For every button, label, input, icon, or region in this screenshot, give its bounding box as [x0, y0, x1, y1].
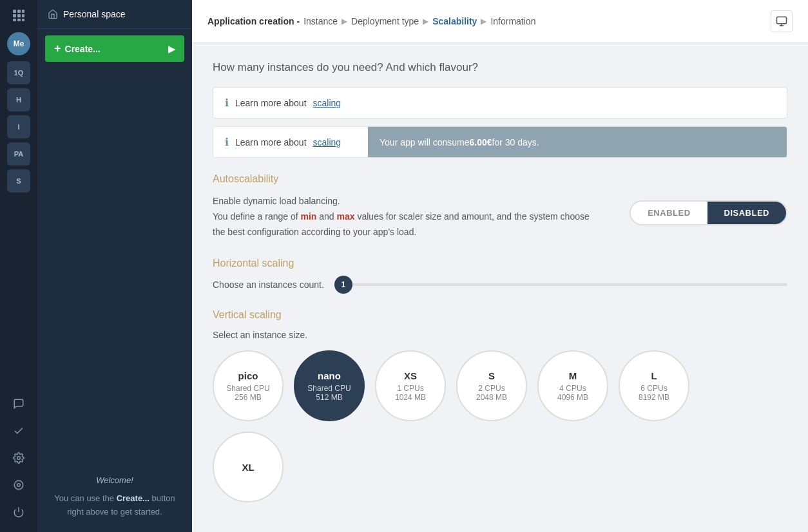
size-nano[interactable]: nano Shared CPU 512 MB — [294, 350, 365, 421]
svg-rect-4 — [17, 14, 21, 17]
breadcrumb: Application creation - Instance ▶ Deploy… — [207, 16, 535, 26]
svg-rect-13 — [777, 17, 787, 24]
space-s[interactable]: S — [7, 169, 30, 193]
size-m[interactable]: M 4 CPUs 4096 MB — [537, 350, 608, 421]
svg-rect-3 — [13, 14, 16, 17]
breadcrumb-instance[interactable]: Instance — [303, 16, 338, 26]
xs-ram: 1024 MB — [395, 393, 426, 402]
power-icon[interactable] — [7, 500, 30, 524]
main-content: Application creation - Instance ▶ Deploy… — [192, 0, 808, 532]
svg-rect-1 — [17, 10, 21, 13]
sidebar-welcome: Welcome! You can use the Create... butto… — [37, 461, 192, 532]
info-text-1-pre: Learn more about — [235, 98, 307, 108]
chat-icon[interactable] — [7, 392, 30, 415]
svg-point-10 — [17, 484, 21, 487]
s-cpu: 2 CPUs — [478, 384, 505, 393]
size-s[interactable]: S 2 CPUs 2048 MB — [456, 350, 527, 421]
scaling-link-1[interactable]: scaling — [313, 98, 341, 108]
xl-name: XL — [242, 462, 254, 473]
page-content: How many instances do you need? And whic… — [192, 43, 808, 532]
xl-row: XL — [213, 432, 787, 502]
l-name: L — [651, 370, 657, 381]
svg-rect-0 — [13, 10, 16, 13]
space-pa[interactable]: PA — [7, 142, 30, 166]
welcome-text-pre: You can use the — [54, 493, 116, 503]
breadcrumb-scalability[interactable]: Scalability — [432, 16, 477, 26]
toggle-enabled[interactable]: ENABLED — [631, 202, 707, 224]
home-icon — [48, 9, 58, 19]
info-icon-1: ℹ — [225, 97, 229, 109]
svg-rect-5 — [22, 14, 24, 17]
size-xs[interactable]: XS 1 CPUs 1024 MB — [375, 350, 446, 421]
topbar-action-icon[interactable] — [771, 10, 793, 32]
svg-rect-6 — [13, 19, 16, 21]
xs-cpu: 1 CPUs — [397, 384, 423, 393]
pico-name: pico — [238, 370, 258, 381]
instances-label: Choose an instances count. — [213, 280, 324, 290]
create-label: Create... — [65, 44, 101, 54]
size-pico[interactable]: pico Shared CPU 256 MB — [213, 350, 284, 421]
settings-icon[interactable] — [7, 446, 30, 470]
min-text: min — [301, 211, 317, 222]
svg-rect-7 — [17, 19, 21, 21]
user-avatar[interactable]: Me — [7, 32, 30, 55]
s-name: S — [488, 370, 495, 381]
info-box-1: ℹ Learn more about scaling — [213, 87, 787, 119]
gear2-icon[interactable] — [7, 473, 30, 497]
size-xl[interactable]: XL — [213, 432, 284, 502]
grid-icon[interactable] — [8, 5, 29, 26]
app-creation-label: Application creation - — [207, 16, 300, 26]
slider-thumb[interactable]: 1 — [334, 276, 352, 294]
instance-sizes: pico Shared CPU 256 MB nano Shared CPU 5… — [213, 350, 787, 421]
sep1: ▶ — [341, 17, 347, 26]
autoscale-line2: You define a range of min and max values… — [213, 209, 604, 240]
info-box-2: ℹ Learn more about scaling Your app will… — [213, 126, 787, 158]
svg-point-11 — [14, 480, 23, 489]
autoscalability-heading: Autoscalability — [213, 173, 787, 185]
welcome-message: You can use the Create... button right a… — [50, 492, 179, 519]
breadcrumb-information[interactable]: Information — [490, 16, 535, 26]
sep2: ▶ — [423, 17, 428, 26]
s-ram: 2048 MB — [476, 393, 507, 402]
l-ram: 8192 MB — [639, 393, 669, 402]
max-text: max — [337, 211, 355, 222]
plus-icon: + — [54, 42, 61, 55]
space-1q[interactable]: 1Q — [7, 61, 30, 84]
autoscale-toggle: ENABLED DISABLED — [630, 200, 787, 225]
slider-track: 1 — [334, 283, 787, 286]
breadcrumb-deployment[interactable]: Deployment type — [351, 16, 419, 26]
info-icon-2: ℹ — [225, 136, 229, 148]
nano-ram: 512 MB — [316, 393, 342, 402]
scaling-link-2[interactable]: scaling — [313, 137, 341, 147]
create-button[interactable]: + Create... ▶ — [45, 35, 184, 62]
sidebar: Personal space + Create... ▶ Welcome! Yo… — [37, 0, 192, 532]
space-i[interactable]: I — [7, 115, 30, 138]
horizontal-scaling-section: Choose an instances count. 1 — [213, 278, 787, 291]
l-cpu: 6 CPUs — [640, 384, 667, 393]
pico-cpu: Shared CPU — [226, 384, 269, 393]
svg-rect-2 — [22, 10, 24, 13]
m-ram: 4096 MB — [557, 393, 588, 402]
info-box-2-right: Your app will consume 6.00€ for 30 days. — [368, 127, 787, 157]
info-box-2-left: ℹ Learn more about scaling — [213, 127, 368, 157]
arrow-right-icon: ▶ — [168, 44, 175, 54]
xs-name: XS — [404, 370, 417, 381]
price-text-pre: Your app will consume — [380, 137, 470, 147]
horizontal-scaling-heading: Horizontal scaling — [213, 258, 787, 269]
autoscalability-section: Enable dynamic load balancing. You defin… — [213, 194, 787, 240]
topbar: Application creation - Instance ▶ Deploy… — [192, 0, 808, 43]
autoscale-line1: Enable dynamic load balancing. — [213, 194, 604, 209]
nano-name: nano — [318, 370, 341, 381]
instances-slider[interactable]: 1 — [334, 278, 787, 291]
size-l[interactable]: L 6 CPUs 8192 MB — [619, 350, 689, 421]
sidebar-header: Personal space — [37, 0, 192, 29]
toggle-disabled[interactable]: DISABLED — [707, 202, 786, 224]
personal-space-label: Personal space — [63, 9, 126, 19]
icon-rail: Me 1Q H I PA S — [0, 0, 37, 532]
space-h[interactable]: H — [7, 88, 30, 111]
vertical-scaling-heading: Vertical scaling — [213, 309, 787, 321]
svg-rect-8 — [22, 19, 24, 21]
select-size-label: Select an instance size. — [213, 330, 787, 340]
check-icon[interactable] — [7, 419, 30, 442]
welcome-title: Welcome! — [50, 474, 179, 488]
